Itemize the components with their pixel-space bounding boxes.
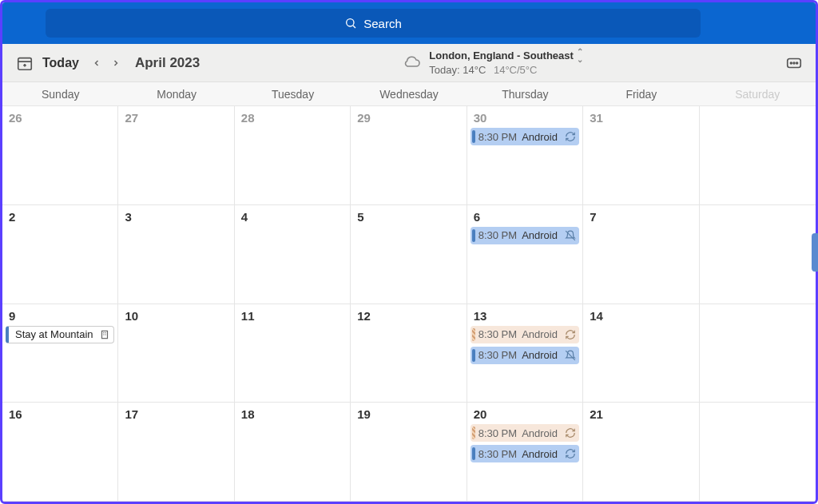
calendar-cell[interactable]: 21 xyxy=(583,403,699,502)
calendar-cell[interactable]: 4 xyxy=(235,205,351,304)
calendar-cell[interactable]: 16 xyxy=(2,403,118,502)
svg-line-1 xyxy=(353,26,355,28)
event-title: Android xyxy=(522,427,565,439)
calendar-cell[interactable]: 17 xyxy=(118,403,234,502)
calendar-cell[interactable]: 18 xyxy=(235,403,351,502)
weather-text: London, England - Southeast ⌃⌄ Today: 14… xyxy=(429,48,583,77)
recurrence-icon xyxy=(565,329,576,340)
calendar-cell[interactable]: 5 xyxy=(351,205,467,304)
date-number: 13 xyxy=(467,309,582,323)
calendar-cell[interactable] xyxy=(700,403,816,502)
svg-point-7 xyxy=(790,62,792,64)
svg-point-0 xyxy=(347,19,354,26)
svg-rect-11 xyxy=(102,331,108,338)
date-number: 19 xyxy=(351,407,466,421)
calendar-cell[interactable] xyxy=(700,106,816,205)
calendar-event[interactable]: 8:30 PMAndroid xyxy=(471,445,579,462)
calendar-event[interactable]: 8:30 PMAndroid xyxy=(471,424,579,442)
event-color-bar xyxy=(472,427,475,439)
calendar-event[interactable]: 8:30 PMAndroid xyxy=(471,347,579,364)
chevron-right-icon xyxy=(111,58,121,68)
date-number: 10 xyxy=(118,309,233,323)
day-header-thursday: Thursday xyxy=(467,82,583,105)
event-color-bar xyxy=(472,447,475,460)
date-number: 3 xyxy=(118,210,233,224)
toolbar: Today April 2023 London, England - South… xyxy=(2,44,816,82)
date-number: 20 xyxy=(467,407,582,421)
calendar-cell[interactable]: 26 xyxy=(2,106,118,205)
event-color-bar xyxy=(472,229,475,242)
event-time: 8:30 PM xyxy=(478,448,517,460)
event-title: Android xyxy=(522,229,565,241)
date-number: 6 xyxy=(467,210,582,224)
day-header-friday: Friday xyxy=(583,82,699,105)
calendar-cell[interactable]: 68:30 PMAndroid xyxy=(467,205,583,304)
calendar-cell[interactable]: 10 xyxy=(118,304,234,403)
event-title: Android xyxy=(522,448,565,460)
event-time: 8:30 PM xyxy=(478,131,517,143)
prev-month-button[interactable] xyxy=(89,55,105,71)
event-time: 8:30 PM xyxy=(478,349,517,361)
event-color-bar xyxy=(472,349,475,362)
date-number: 27 xyxy=(118,111,233,125)
calendar-event[interactable]: 8:30 PMAndroid xyxy=(471,227,579,244)
bell-off-icon xyxy=(565,230,576,241)
search-placeholder: Search xyxy=(363,17,402,30)
date-number: 5 xyxy=(351,210,466,224)
day-header-saturday: Saturday xyxy=(700,82,816,105)
weather-widget[interactable]: London, England - Southeast ⌃⌄ Today: 14… xyxy=(402,48,583,77)
weather-high-low: 14°C/5°C xyxy=(494,64,537,76)
weather-location: London, England - Southeast xyxy=(429,50,574,62)
calendar-cell[interactable]: 12 xyxy=(351,304,467,403)
calendar-cell[interactable]: 19 xyxy=(351,403,467,502)
event-time: 8:30 PM xyxy=(478,229,517,241)
today-button[interactable]: Today xyxy=(42,56,79,70)
date-number: 31 xyxy=(583,111,698,125)
calendar-cell[interactable]: 29 xyxy=(351,106,467,205)
calendar-cell[interactable]: 138:30 PMAndroid8:30 PMAndroid xyxy=(467,304,583,403)
right-drawer-handle[interactable] xyxy=(812,233,818,272)
month-nav xyxy=(89,55,124,71)
date-number: 16 xyxy=(2,407,117,421)
calendar-cell[interactable]: 27 xyxy=(118,106,234,205)
calendar-event[interactable]: 8:30 PMAndroid xyxy=(471,326,579,343)
calendar-cell[interactable]: 14 xyxy=(583,304,699,403)
search-input[interactable]: Search xyxy=(46,9,701,38)
cloud-icon xyxy=(402,54,421,73)
calendar-cell[interactable]: 31 xyxy=(583,106,699,205)
svg-point-9 xyxy=(796,62,798,64)
more-options-button[interactable] xyxy=(785,54,803,72)
day-header-sunday: Sunday xyxy=(2,82,118,105)
calendar-grid: 26272829308:30 PMAndroid31234568:30 PMAn… xyxy=(2,106,816,502)
next-month-button[interactable] xyxy=(108,55,124,71)
day-headers: Sunday Monday Tuesday Wednesday Thursday… xyxy=(2,82,816,106)
search-icon xyxy=(344,17,357,30)
weather-current-temp: 14°C xyxy=(463,64,486,76)
calendar-cell[interactable]: 11 xyxy=(235,304,351,403)
date-number: 12 xyxy=(351,309,466,323)
date-number: 4 xyxy=(235,210,350,224)
calendar-cell[interactable] xyxy=(700,205,816,304)
chevron-left-icon xyxy=(92,58,101,68)
calendar-cell[interactable]: 308:30 PMAndroid xyxy=(467,106,583,205)
calendar-cell[interactable]: 208:30 PMAndroid8:30 PMAndroid xyxy=(467,403,583,502)
calendar-cell[interactable]: 3 xyxy=(118,205,234,304)
date-number: 7 xyxy=(583,210,698,224)
date-number: 21 xyxy=(583,407,698,421)
svg-point-8 xyxy=(793,62,795,64)
top-bar: Search xyxy=(2,2,816,44)
date-number: 30 xyxy=(467,111,582,125)
date-number: 29 xyxy=(351,111,466,125)
calendar-cell[interactable]: 2 xyxy=(2,205,118,304)
calendar-today-icon-button[interactable] xyxy=(15,54,34,73)
calendar-cell[interactable]: 9Stay at Mountain xyxy=(2,304,118,403)
calendar-event[interactable]: 8:30 PMAndroid xyxy=(471,128,579,145)
event-title: Stay at Mountain xyxy=(15,328,99,340)
calendar-add-icon xyxy=(16,54,34,72)
date-number: 26 xyxy=(2,111,117,125)
calendar-cell[interactable]: 7 xyxy=(583,205,699,304)
allday-event[interactable]: Stay at Mountain xyxy=(6,326,114,343)
calendar-cell[interactable] xyxy=(700,304,816,403)
calendar-cell[interactable]: 28 xyxy=(235,106,351,205)
day-header-wednesday: Wednesday xyxy=(351,82,467,105)
